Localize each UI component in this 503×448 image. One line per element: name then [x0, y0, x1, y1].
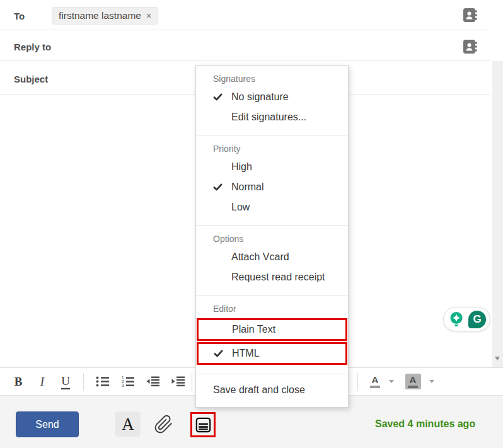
text-color-button[interactable]: A	[366, 368, 384, 395]
bold-icon: B	[14, 375, 23, 389]
menu-item-plain-text[interactable]: Plain Text	[197, 318, 347, 341]
check-icon	[213, 93, 231, 101]
menu-item-label: Edit signatures...	[231, 112, 306, 123]
menu-item-attach-vcard[interactable]: Attach Vcard	[196, 247, 348, 267]
menu-item-label: Low	[231, 202, 250, 213]
save-status: Saved 4 minutes ago	[375, 418, 475, 430]
attach-file-button[interactable]	[150, 411, 176, 437]
recipient-chip[interactable]: firstname lastname ×	[52, 7, 158, 25]
menu-item-label: Request read receipt	[231, 272, 325, 283]
text-color-icon: A	[370, 375, 380, 388]
section-header: Priority	[196, 141, 348, 157]
section-header: Signatures	[196, 71, 348, 87]
background-color-icon: A	[405, 374, 421, 389]
section-header: Options	[196, 231, 348, 247]
bullet-list-icon	[96, 376, 110, 387]
background-color-button[interactable]: A	[403, 368, 422, 395]
chevron-down-icon	[389, 380, 394, 383]
toolbar-separator	[357, 373, 358, 391]
options-menu-icon	[195, 416, 212, 434]
menu-footer: Save draft and close	[196, 374, 348, 407]
compose-options-button[interactable]	[190, 412, 216, 437]
indent-button[interactable]	[168, 368, 189, 395]
recipient-chip-label: firstname lastname	[59, 10, 141, 21]
menu-item-priority-normal[interactable]: Normal	[196, 177, 348, 197]
grammarly-widget[interactable]: G	[443, 307, 490, 331]
menu-item-edit-signatures[interactable]: Edit signatures...	[196, 107, 348, 127]
italic-icon: I	[40, 375, 44, 389]
menu-item-label: Attach Vcard	[231, 251, 289, 263]
grammarly-logo-icon[interactable]: G	[468, 311, 486, 328]
check-icon	[213, 183, 231, 192]
reply-to-label: Reply to	[14, 42, 51, 52]
chevron-down-icon	[429, 380, 434, 383]
numbered-list-button[interactable]: 1 2 3	[117, 368, 139, 395]
menu-item-priority-high[interactable]: High	[196, 157, 348, 177]
reply-to-input-area[interactable]	[57, 30, 460, 60]
menu-item-priority-low[interactable]: Low	[196, 197, 348, 217]
compose-options-menu: Signatures No signature Edit signatures.…	[195, 65, 349, 408]
addressbook-icon[interactable]	[463, 40, 478, 54]
toolbar-separator	[83, 373, 84, 391]
font-options-button[interactable]: A	[115, 411, 141, 437]
section-header: Editor	[196, 301, 348, 317]
scroll-down-icon[interactable]	[495, 357, 500, 360]
menu-item-label: No signature	[231, 91, 289, 103]
underline-button[interactable]: U	[55, 368, 76, 395]
italic-button[interactable]: I	[33, 368, 52, 395]
menu-item-label: Normal	[231, 181, 264, 193]
assistant-lightbulb-icon[interactable]	[448, 311, 465, 328]
menu-section-signatures: Signatures No signature Edit signatures.…	[196, 66, 348, 135]
menu-item-label: HTML	[232, 348, 260, 359]
menu-item-read-receipt[interactable]: Request read receipt	[196, 267, 348, 287]
to-label: To	[14, 11, 25, 21]
chip-remove-icon[interactable]: ×	[146, 11, 151, 21]
menu-item-label: Plain Text	[232, 324, 275, 335]
toolbar-separator	[192, 373, 192, 391]
menu-section-priority: Priority High Normal Low	[196, 135, 348, 226]
menu-item-no-signature[interactable]: No signature	[196, 87, 348, 107]
menu-item-label: Save draft and close	[213, 384, 305, 396]
subject-label: Subject	[14, 74, 48, 84]
indent-icon	[171, 376, 185, 387]
bold-button[interactable]: B	[9, 368, 28, 395]
background-color-dropdown[interactable]	[425, 368, 439, 395]
menu-section-options: Options Attach Vcard Request read receip…	[196, 226, 348, 296]
underline-icon: U	[61, 374, 70, 389]
bullet-list-button[interactable]	[92, 368, 113, 395]
outdent-button[interactable]	[142, 368, 164, 395]
menu-item-label: High	[231, 161, 252, 173]
menu-item-html[interactable]: HTML	[197, 342, 347, 365]
paperclip-icon	[154, 415, 173, 434]
check-icon	[214, 349, 232, 358]
send-button[interactable]: Send	[16, 411, 79, 437]
outdent-icon	[146, 376, 160, 387]
numbered-list-icon: 1 2 3	[121, 376, 135, 388]
text-color-dropdown[interactable]	[384, 368, 398, 395]
svg-text:3: 3	[122, 383, 124, 388]
menu-item-save-draft-close[interactable]: Save draft and close	[196, 379, 348, 401]
menu-section-editor: Editor Plain Text HTML	[196, 296, 348, 374]
scrollbar-track[interactable]	[492, 61, 503, 367]
addressbook-icon[interactable]	[463, 8, 478, 22]
